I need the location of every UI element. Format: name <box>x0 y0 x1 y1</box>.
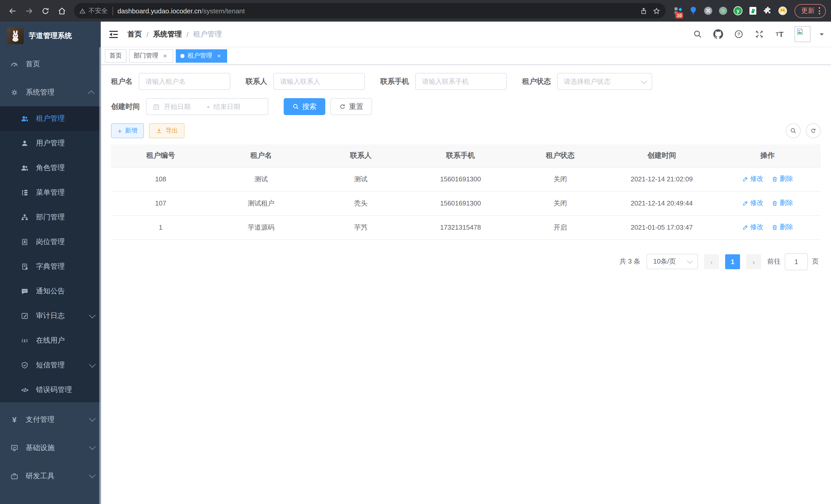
refresh-table-button[interactable] <box>806 123 821 138</box>
extension-tray: 10 ⌘ y <box>671 5 791 17</box>
extension-flag-icon[interactable] <box>747 5 758 17</box>
toggle-search-button[interactable] <box>786 123 801 138</box>
browser-reload-icon[interactable] <box>38 4 52 18</box>
app-title: 芋道管理系统 <box>29 31 72 40</box>
svg-text:⌘: ⌘ <box>706 8 711 13</box>
sidebar-item-menu[interactable]: 菜单管理 <box>0 180 101 205</box>
search-icon <box>292 103 299 110</box>
close-icon[interactable]: × <box>215 52 223 59</box>
cell-id: 1 <box>111 215 210 239</box>
reset-button[interactable]: 重置 <box>331 98 372 115</box>
prev-page-button[interactable]: ‹ <box>704 254 719 269</box>
close-icon[interactable]: × <box>161 52 169 59</box>
share-icon[interactable] <box>640 7 648 14</box>
help-icon[interactable]: ? <box>733 29 744 40</box>
avatar[interactable] <box>795 26 810 42</box>
sidebar-item-dict[interactable]: 字典管理 <box>0 254 101 279</box>
create-time-range-picker[interactable]: - <box>146 98 268 115</box>
header-search-icon[interactable] <box>692 29 703 40</box>
chrome-update-button[interactable]: 更新 <box>795 4 826 18</box>
svg-text:y: y <box>737 8 740 13</box>
extension-command-icon[interactable]: ⌘ <box>703 5 714 17</box>
next-page-button[interactable]: › <box>746 254 761 269</box>
roles-users-icon <box>21 164 29 172</box>
sidebar-item-pay[interactable]: ¥ 支付管理 <box>0 405 101 434</box>
delete-link[interactable]: 删除 <box>771 223 793 232</box>
browser-forward-icon[interactable] <box>22 4 36 18</box>
edit-link[interactable]: 修改 <box>742 223 764 232</box>
export-button[interactable]: 导出 <box>149 123 184 138</box>
sidebar-item-devtool[interactable]: 研发工具 <box>0 462 101 490</box>
chrome-menu-icon[interactable] <box>819 7 820 14</box>
tab-label: 部门管理 <box>134 51 158 60</box>
extension-balloon-icon[interactable] <box>688 5 699 17</box>
extension-dot-icon[interactable] <box>717 5 729 17</box>
audit-log-icon <box>21 312 29 320</box>
tab-home[interactable]: 首页 <box>105 49 126 62</box>
sidebar-item-error-code[interactable]: </> 错误码管理 <box>0 378 101 402</box>
sidebar-item-audit-log[interactable]: 审计日志 <box>0 304 101 328</box>
extensions-puzzle-icon[interactable] <box>762 5 773 17</box>
sidebar-item-infra[interactable]: 基础设施 <box>0 434 101 462</box>
page-size-select[interactable]: 10条/页 <box>647 254 698 269</box>
sidebar-item-tenant[interactable]: 租户管理 <box>0 106 101 131</box>
sidebar-item-system[interactable]: 系统管理 <box>0 78 101 106</box>
sidebar-item-home[interactable]: 首页 <box>0 50 101 78</box>
search-button[interactable]: 搜索 <box>284 98 325 115</box>
extension-badge: 10 <box>675 12 683 19</box>
user-menu-caret-icon[interactable] <box>820 33 824 37</box>
security-chip[interactable]: 不安全 <box>79 6 113 15</box>
notice-bubble-icon <box>21 287 29 295</box>
delete-link[interactable]: 删除 <box>771 199 793 208</box>
sidebar-fold-icon[interactable] <box>108 29 119 40</box>
delete-link[interactable]: 删除 <box>771 174 793 184</box>
tab-dept[interactable]: 部门管理 × <box>129 49 173 62</box>
font-size-icon[interactable]: TT <box>774 29 785 40</box>
monitor-icon <box>10 444 19 452</box>
goto-label: 前往 <box>767 257 781 266</box>
edit-pencil-icon <box>742 224 748 231</box>
logo-image <box>7 28 24 44</box>
sidebar-item-dept[interactable]: 部门管理 <box>0 205 101 230</box>
tab-tenant[interactable]: 租户管理 × <box>176 49 227 62</box>
mobile-input[interactable] <box>415 73 507 90</box>
trash-icon <box>771 224 778 231</box>
code-icon: </> <box>21 386 29 394</box>
browser-back-icon[interactable] <box>5 4 20 18</box>
add-button[interactable]: + 新增 <box>111 123 144 138</box>
sidebar-item-label: 岗位管理 <box>36 237 65 246</box>
breadcrumb-home[interactable]: 首页 <box>127 30 142 39</box>
breadcrumb-system[interactable]: 系统管理 <box>153 30 182 39</box>
edit-link[interactable]: 修改 <box>742 199 764 208</box>
sidebar-item-notice[interactable]: 通知公告 <box>0 279 101 304</box>
extension-blocks-icon[interactable]: 10 <box>673 5 684 17</box>
tenant-name-input[interactable] <box>139 73 230 90</box>
contact-input[interactable] <box>274 73 365 90</box>
chevron-up-icon <box>88 90 94 97</box>
sidebar-item-online-user[interactable]: 在线用户 <box>0 328 101 353</box>
browser-home-icon[interactable] <box>55 4 69 18</box>
app-logo-row[interactable]: 芋道管理系统 <box>0 22 101 50</box>
profile-avatar-icon[interactable] <box>777 5 789 17</box>
table-row: 107 测试租户 秃头 15601691300 关闭 2021-12-14 20… <box>111 191 821 215</box>
sidebar-item-user[interactable]: 用户管理 <box>0 131 101 156</box>
status-select[interactable] <box>557 73 652 90</box>
sidebar-item-post[interactable]: 岗位管理 <box>0 230 101 254</box>
current-page-button[interactable]: 1 <box>725 254 740 269</box>
cell-mobile: 15601691300 <box>410 167 511 191</box>
github-icon[interactable] <box>712 29 724 40</box>
sidebar-item-label: 基础设施 <box>26 443 55 452</box>
address-bar[interactable]: 不安全 dashboard.yudao.iocoder.cn/system/te… <box>74 3 665 19</box>
cell-mobile: 17321315478 <box>410 215 511 239</box>
edit-link[interactable]: 修改 <box>742 174 764 184</box>
sidebar-item-label: 字典管理 <box>36 262 65 271</box>
sidebar-item-label: 研发工具 <box>26 471 55 481</box>
sidebar-item-role[interactable]: 角色管理 <box>0 156 101 180</box>
bookmark-star-icon[interactable] <box>653 7 660 14</box>
fullscreen-icon[interactable] <box>753 29 765 40</box>
goto-page-input[interactable] <box>785 253 808 270</box>
chevron-down-icon <box>89 312 95 318</box>
sidebar-item-sms[interactable]: 短信管理 <box>0 353 101 378</box>
tags-view: 首页 部门管理 × 租户管理 × <box>101 47 831 65</box>
extension-y-icon[interactable]: y <box>732 5 744 17</box>
